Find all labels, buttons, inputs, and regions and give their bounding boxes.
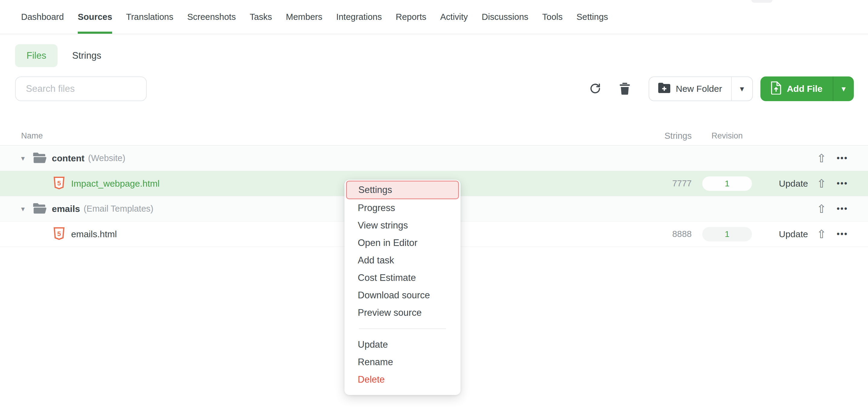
refresh-icon: [589, 82, 601, 96]
nav-item-sources[interactable]: Sources: [78, 0, 112, 34]
strings-count: 8888: [651, 229, 702, 239]
top-nav: Dashboard Sources Translations Screensho…: [0, 0, 868, 34]
more-actions-icon[interactable]: •••: [837, 204, 848, 213]
context-menu-item-preview-source[interactable]: Preview source: [344, 304, 461, 321]
column-header-name: Name: [0, 131, 651, 141]
new-folder-dropdown-toggle[interactable]: ▾: [731, 77, 752, 101]
trash-icon: [619, 82, 630, 96]
folder-name[interactable]: content: [52, 153, 84, 164]
nav-item-discussions[interactable]: Discussions: [482, 0, 528, 34]
upload-icon[interactable]: ⇧: [817, 203, 827, 215]
nav-item-dashboard[interactable]: Dashboard: [21, 0, 64, 34]
html5-file-icon: 5: [54, 177, 64, 191]
new-folder-label: New Folder: [676, 84, 722, 94]
nav-item-reports[interactable]: Reports: [396, 0, 427, 34]
svg-text:5: 5: [57, 230, 61, 238]
revision-badge: 1: [702, 227, 752, 241]
sources-subtabs: Files Strings: [15, 44, 868, 67]
file-upload-icon: [771, 81, 781, 97]
new-folder-button[interactable]: New Folder: [649, 77, 731, 101]
table-header: Name Strings Revision: [0, 127, 868, 146]
chevron-down-icon: ▾: [740, 84, 744, 94]
tab-files[interactable]: Files: [15, 44, 58, 67]
context-menu-item-progress[interactable]: Progress: [344, 199, 461, 217]
folder-name[interactable]: emails: [52, 204, 80, 214]
context-menu-item-delete[interactable]: Delete: [344, 371, 461, 388]
html5-file-icon: 5: [54, 227, 64, 241]
column-header-strings: Strings: [651, 131, 702, 141]
collapse-caret-icon[interactable]: ▾: [21, 205, 28, 213]
update-link[interactable]: Update: [752, 178, 812, 189]
folder-note: (Website): [88, 153, 125, 163]
file-name[interactable]: emails.html: [71, 229, 117, 239]
folder-note: (Email Templates): [84, 204, 153, 214]
files-toolbar: New Folder ▾ Add File ▾: [15, 76, 854, 101]
nav-item-translations[interactable]: Translations: [126, 0, 173, 34]
column-header-revision: Revision: [702, 131, 752, 141]
context-menu-item-cost-estimate[interactable]: Cost Estimate: [344, 269, 461, 286]
context-menu-item-download-source[interactable]: Download source: [344, 286, 461, 304]
strings-count: 7777: [651, 178, 702, 189]
context-menu-item-open-in-editor[interactable]: Open in Editor: [344, 234, 461, 252]
folder-icon: [33, 203, 46, 215]
chevron-down-icon: ▾: [841, 84, 846, 94]
context-menu-item-add-task[interactable]: Add task: [344, 252, 461, 269]
folder-plus-icon: [658, 83, 670, 95]
nav-item-screenshots[interactable]: Screenshots: [187, 0, 236, 34]
refresh-button[interactable]: [589, 82, 601, 96]
nav-item-settings[interactable]: Settings: [577, 0, 608, 34]
nav-item-tasks[interactable]: Tasks: [250, 0, 272, 34]
file-name[interactable]: Impact_webpage.html: [71, 178, 160, 189]
folder-icon: [33, 152, 46, 165]
tab-strings[interactable]: Strings: [72, 50, 101, 61]
nav-item-activity[interactable]: Activity: [440, 0, 468, 34]
collapse-caret-icon[interactable]: ▾: [21, 154, 28, 163]
new-folder-split-button: New Folder ▾: [649, 76, 752, 101]
add-file-dropdown-toggle[interactable]: ▾: [833, 76, 854, 101]
context-menu-item-update[interactable]: Update: [344, 336, 461, 353]
delete-button[interactable]: [619, 82, 630, 96]
more-actions-icon[interactable]: •••: [837, 154, 848, 163]
nav-item-integrations[interactable]: Integrations: [336, 0, 382, 34]
more-actions-icon[interactable]: •••: [837, 179, 848, 188]
context-menu-item-rename[interactable]: Rename: [344, 353, 461, 371]
svg-text:5: 5: [57, 179, 61, 187]
context-menu-item-view-strings[interactable]: View strings: [344, 217, 461, 234]
upload-icon[interactable]: ⇧: [817, 178, 827, 189]
add-file-split-button: Add File ▾: [761, 76, 854, 101]
upload-icon[interactable]: ⇧: [817, 152, 827, 164]
context-menu-item-settings[interactable]: Settings: [346, 181, 459, 199]
update-link[interactable]: Update: [752, 229, 812, 239]
revision-badge: 1: [702, 176, 752, 191]
upload-icon[interactable]: ⇧: [817, 229, 827, 240]
search-input[interactable]: [15, 76, 147, 101]
more-actions-icon[interactable]: •••: [837, 229, 848, 239]
nav-item-members[interactable]: Members: [286, 0, 322, 34]
add-file-label: Add File: [787, 84, 823, 94]
context-menu-divider: [359, 329, 446, 329]
file-context-menu: Settings Progress View strings Open in E…: [344, 180, 461, 395]
nav-item-tools[interactable]: Tools: [542, 0, 563, 34]
table-row-folder-content[interactable]: ▾ content (Website) ⇧ •••: [0, 146, 868, 171]
add-file-button[interactable]: Add File: [761, 76, 833, 101]
